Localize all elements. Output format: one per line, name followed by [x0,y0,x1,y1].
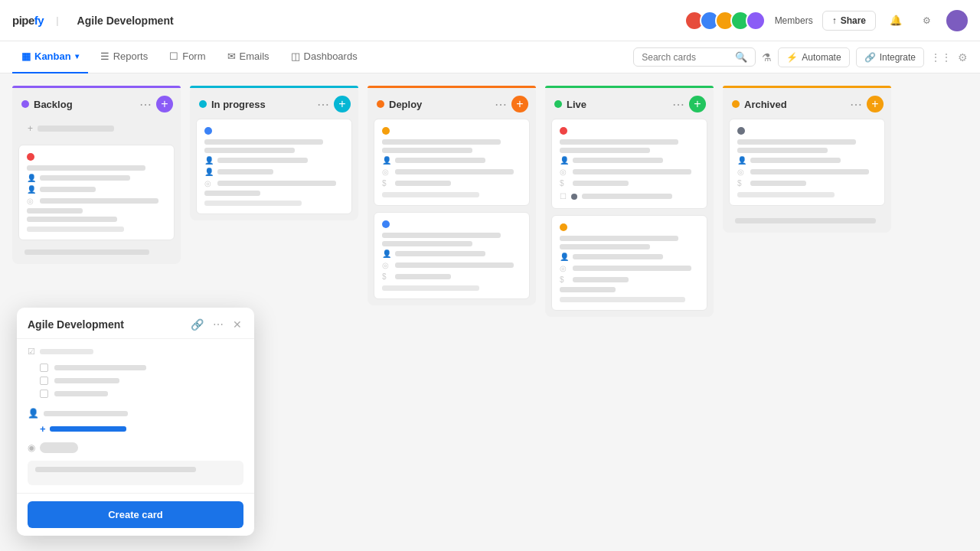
card-text-line [560,244,650,249]
card-text-line [204,191,260,196]
column-menu-deploy[interactable]: ⋯ [495,97,507,112]
check-text-3 [54,391,108,396]
location-icon: ◎ [382,168,391,176]
check-text-1 [54,365,146,370]
tab-reports[interactable]: ☰ Reports [91,41,158,73]
dollar-icon: $ [737,179,746,187]
more-options-icon[interactable]: ⋯ [211,317,225,332]
column-add-archived[interactable]: + [867,96,884,112]
card-text-line [395,274,451,279]
card-row [560,148,699,153]
column-header-live: Live ⋯ + [545,88,714,119]
card-row [382,139,521,145]
column-dot-deploy [377,100,384,108]
navbar: ▦ Kanban ▾ ☰ Reports ☐ Form ✉ Emails ◫ D… [0,41,980,73]
card-row [27,208,166,214]
card-text-line [382,148,472,153]
modal-title: Agile Development [28,318,183,331]
column-deploy: Deploy ⋯ + 👤 [368,86,536,305]
person-icon: 👤 [382,156,391,165]
card-bottom-line [27,227,124,232]
filter-icon[interactable]: ⚗ [762,51,772,64]
card-dot [204,127,212,135]
card-deploy-1[interactable]: 👤 ◎ $ [374,119,530,206]
automate-button[interactable]: ⚡ Automate [778,47,849,67]
column-menu-archived[interactable]: ⋯ [850,97,862,112]
settings-icon[interactable]: ⚙ [916,10,937,31]
notification-icon[interactable]: 🔔 [885,10,906,31]
members-button[interactable]: Members [775,15,813,26]
create-card-button[interactable]: Create card [28,501,243,528]
modal-input-area[interactable] [28,461,243,485]
card-row [204,139,344,145]
person-icon: 👤 [27,174,36,182]
tab-dashboards[interactable]: ◫ Dashboards [282,41,367,73]
user-avatar[interactable] [946,10,968,31]
tab-kanban[interactable]: ▦ Kanban ▾ [12,41,88,73]
column-menu-inprogress[interactable]: ⋯ [317,97,329,112]
close-icon[interactable]: ✕ [231,317,243,332]
card-row [382,148,521,153]
column-menu-backlog[interactable]: ⋯ [139,97,152,112]
location-icon: ◎ [204,179,214,187]
tab-emails[interactable]: ✉ Emails [218,41,279,73]
card-backlog-1[interactable]: 👤 👤 ◎ [18,145,175,240]
modal-add-row[interactable]: + [28,423,243,435]
reports-icon: ☰ [100,51,109,62]
column-cards-deploy: 👤 ◎ $ [368,119,536,305]
checkbox-2[interactable] [40,377,48,385]
column-inprogress: In progress ⋯ + 👤 [190,86,358,220]
card-text-line [560,287,616,292]
card-text-line [382,139,501,145]
card-archived-1[interactable]: 👤 ◎ $ [729,119,885,206]
search-input[interactable] [642,52,730,63]
dollar-icon: $ [382,179,391,187]
card-live-2[interactable]: 👤 ◎ $ [551,215,707,311]
card-row: $ [560,179,699,187]
checkbox-3[interactable] [40,390,48,398]
card-row: 👤 [382,156,521,165]
column-add-deploy[interactable]: + [511,96,528,112]
card-row [27,165,166,171]
card-deploy-2[interactable]: 👤 ◎ $ [374,212,530,299]
card-row: $ [737,179,877,187]
card-text-line [737,139,856,145]
share-button[interactable]: ↑ Share [822,11,876,31]
tab-form[interactable]: ☐ Form [160,41,214,73]
integrate-button[interactable]: 🔗 Integrate [856,47,924,67]
search-box[interactable]: 🔍 [633,47,756,67]
card-text-line [40,175,130,181]
person-icon: 👤 [204,156,214,165]
dollar-icon: $ [560,179,569,187]
card-row: 👤 [204,168,344,176]
column-add-inprogress[interactable]: + [334,96,351,112]
check-item-2[interactable] [28,374,243,387]
link-icon[interactable]: 🔗 [189,317,205,332]
card-live-1[interactable]: 👤 ◎ $ ☐ [551,119,707,209]
card-inprogress-1[interactable]: 👤 👤 ◎ [196,119,352,214]
check-item-3[interactable] [28,387,243,400]
gear-icon[interactable]: ⚙ [958,51,968,64]
column-add-backlog[interactable]: + [156,96,173,112]
card-text-line [560,148,650,153]
column-dot-inprogress [199,100,207,108]
card-row [382,241,521,246]
grid-icon[interactable]: ⋮⋮ [930,51,952,64]
column-add-live[interactable]: + [689,96,706,112]
column-bottom-line [24,249,149,255]
column-menu-live[interactable]: ⋯ [672,97,684,112]
column-cards-inprogress: 👤 👤 ◎ [190,119,358,220]
check-item-1[interactable] [28,361,243,374]
column-dot-live [554,100,562,108]
person-icon: 👤 [560,253,569,261]
dashboards-icon: ◫ [291,51,300,62]
card-text-line [395,181,451,186]
topbar: pipefy | Agile Development Members ↑ Sha… [0,0,980,41]
card-text-line [573,169,691,174]
create-card-modal: Agile Development 🔗 ⋯ ✕ ☑ [17,308,254,536]
card-row [560,244,699,249]
card-text-line [27,165,145,171]
card-text-line [217,169,273,174]
add-card-button-backlog[interactable]: + [18,119,175,139]
checkbox-1[interactable] [40,364,48,372]
